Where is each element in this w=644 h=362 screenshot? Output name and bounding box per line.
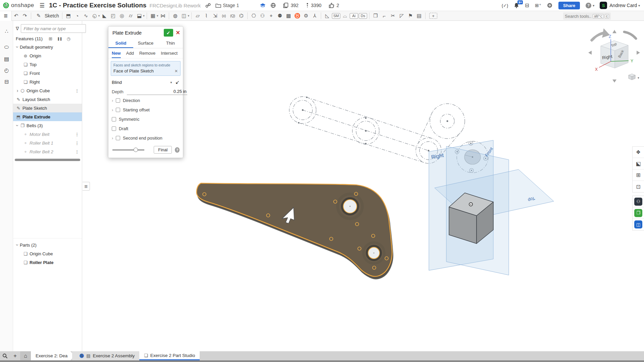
suppress-pause-icon[interactable]: ❚❚ [57, 37, 62, 41]
end-condition-caret-icon[interactable]: ▾ [170, 81, 172, 84]
chevron-down-icon[interactable] [15, 242, 20, 248]
boolean-tool-icon[interactable]: ◍ [171, 12, 179, 20]
confirm-button[interactable]: ✓ [164, 29, 173, 37]
part-item-roller-plate[interactable]: ❑ Roller Plate [13, 258, 82, 267]
hamburger-menu-icon[interactable]: ☰ [40, 2, 45, 9]
section-view-icon[interactable]: ⬕ [633, 158, 644, 169]
help-menu[interactable]: ? ▾ [586, 3, 594, 8]
ai-advisor-icon[interactable] [547, 3, 552, 8]
plate-bearing-hole-2[interactable] [366, 245, 382, 261]
ai-badge-icon[interactable]: Ai [350, 13, 358, 19]
symmetric-checkbox[interactable] [112, 117, 116, 121]
camera-options-icon[interactable]: ⊡ [633, 181, 644, 192]
end-condition-select[interactable]: Blind [112, 80, 169, 85]
sketch-button[interactable]: ✎ Sketch [34, 12, 59, 20]
redo-button[interactable]: ↷ [21, 12, 29, 20]
helix-tool-icon[interactable]: ⌇ [202, 12, 210, 20]
tree-item-belts-folder[interactable]: ❐ Belts (3) [13, 121, 82, 130]
copy-link-icon[interactable] [205, 3, 211, 8]
sheet-metal-bend-icon[interactable]: ⌓ [341, 12, 349, 20]
rollback-slider[interactable] [112, 150, 144, 150]
public-globe-icon[interactable] [270, 3, 276, 8]
history-timer-icon[interactable]: ◴ [0, 64, 13, 76]
tree-item-motor-belt[interactable]: ⚬ Motor Belt ⋮ [13, 130, 82, 139]
expand-chevron-icon[interactable] [112, 136, 116, 141]
search-tools-box[interactable]: Search tools... alt/⌥ c [563, 12, 611, 20]
depth-input[interactable] [127, 88, 187, 95]
user-avatar[interactable]: S [600, 2, 607, 9]
revolve-tool-icon[interactable]: ◔ [73, 12, 81, 20]
expand-chevron-icon[interactable] [112, 107, 116, 112]
gear-tool-icon[interactable]: ⚙ [302, 12, 310, 20]
tree-item-layout-sketch[interactable]: ✎ Layout Sketch [13, 95, 82, 104]
funnel-tool-icon[interactable]: ⅄ [311, 12, 319, 20]
comments-icon[interactable]: ⬭ [0, 42, 13, 53]
tab-exercise-2-dea[interactable]: Exercise 2: Dea [31, 351, 75, 360]
rollback-slider-handle[interactable] [134, 148, 138, 152]
chevron-right-icon[interactable] [15, 88, 20, 93]
flag-sketch-tool-icon[interactable]: ⚑ [406, 12, 414, 20]
view-cube[interactable]: Top Right Back Z Y X ▾ [586, 29, 643, 84]
green-panel-extension-icon[interactable]: ❐ [633, 207, 644, 219]
feature-script-icon[interactable]: {✓} [502, 3, 508, 8]
item-menu-dots-icon[interactable]: ⋮ [75, 141, 79, 146]
plate-bearing-hole-1[interactable] [341, 197, 359, 215]
derived-tool-icon[interactable]: ⌬ [237, 12, 245, 20]
appearance-panel-icon[interactable]: ❖ [633, 147, 644, 158]
named-views-icon[interactable]: ⊞ [633, 169, 644, 181]
feature-list-toggle[interactable]: ≣ [0, 11, 12, 21]
bom-checklist-icon[interactable]: ⊟ [0, 76, 13, 87]
faces-selection-box[interactable]: Faces and sketch regions to extrude Face… [111, 61, 181, 76]
variable-tool-icon[interactable]: (x) [220, 12, 228, 20]
expand-chevron-icon[interactable] [112, 98, 116, 103]
block-tool-icon[interactable]: ▩ [285, 12, 293, 20]
draft-checkbox[interactable] [112, 126, 116, 131]
second-end-position-checkbox[interactable] [116, 136, 120, 140]
final-button[interactable]: Final [154, 146, 172, 154]
plate-top-face[interactable] [197, 183, 392, 276]
tree-item-right-plane[interactable]: ❏ Right [13, 77, 82, 86]
mode-intersect[interactable]: Intersect [161, 48, 178, 58]
custom-feature-robot-icon[interactable]: ⚇ [258, 12, 266, 20]
tasks-list-icon[interactable]: ⊟ [525, 2, 529, 8]
robot-extension-icon[interactable]: ⚇ [633, 196, 644, 207]
variable-studio-tool-icon[interactable]: (Q) [229, 12, 237, 20]
mode-remove[interactable]: Remove [139, 48, 155, 58]
wire-route-tool-icon[interactable]: ▤ [415, 12, 423, 20]
tree-item-origin-cube[interactable]: ⬡ Origin Cube ⋮ [13, 86, 82, 95]
flip-direction-icon[interactable]: ↙ [175, 79, 180, 85]
primitive-cube-tool-icon[interactable]: ⎔ [250, 12, 258, 20]
sheet-metal-badge-icon[interactable]: SM [332, 13, 340, 19]
tree-horizontal-scrollbar[interactable] [15, 159, 80, 161]
pattern-dropdown-icon[interactable]: ▾ [157, 14, 158, 17]
clear-selection-icon[interactable]: ✕ [175, 69, 178, 73]
tree-item-plate-extrude[interactable]: ⬒ Plate Extrude [13, 112, 82, 121]
sweep-tool-icon[interactable]: ∿ [82, 12, 90, 20]
tab-exercise-2-part-studio[interactable]: ❏ Exercise 2 Part Studio [139, 351, 200, 360]
blue-panel-extension-icon[interactable]: ◫ [633, 219, 644, 230]
split-dropdown-icon[interactable]: ▾ [188, 14, 189, 17]
book-tool-icon[interactable]: ❒ [371, 12, 380, 20]
mate-connector-tool-icon[interactable]: ♉ [293, 12, 301, 20]
item-menu-dots-icon[interactable]: ⋮ [75, 88, 79, 93]
chamfer-tool-icon[interactable]: ◣ [100, 12, 108, 20]
part-item-origin-cube[interactable]: ❑ Origin Cube [13, 249, 82, 258]
rollback-clock-icon[interactable]: ◷ [67, 36, 70, 41]
draft-dropdown-icon[interactable]: ▾ [143, 14, 145, 17]
mirror-tool-icon[interactable]: ⋈ [159, 12, 167, 20]
split-tool-icon[interactable]: ◫ [180, 12, 188, 20]
linear-pattern-tool-icon[interactable]: ▦ [149, 12, 157, 20]
origin-point[interactable] [469, 203, 473, 206]
starting-offset-checkbox[interactable] [116, 108, 120, 112]
item-menu-dots-icon[interactable]: ⋮ [75, 149, 79, 154]
tree-item-front-plane[interactable]: ❏ Front [13, 69, 82, 77]
custom-feature-robot2-icon[interactable]: ⚉ [276, 12, 284, 20]
likes-stat[interactable]: 2 [329, 3, 339, 8]
tree-item-top-plane[interactable]: ❏ Top [13, 60, 82, 69]
add-tab-button[interactable]: + [10, 351, 20, 360]
app-store-icon[interactable]: ⊞⁺ [535, 3, 541, 8]
direction-checkbox[interactable] [116, 98, 120, 103]
roller-plate-part[interactable] [197, 183, 393, 279]
draft-tool-icon[interactable]: ⬓ [135, 12, 143, 20]
item-menu-dots-icon[interactable]: ⋮ [75, 132, 79, 137]
